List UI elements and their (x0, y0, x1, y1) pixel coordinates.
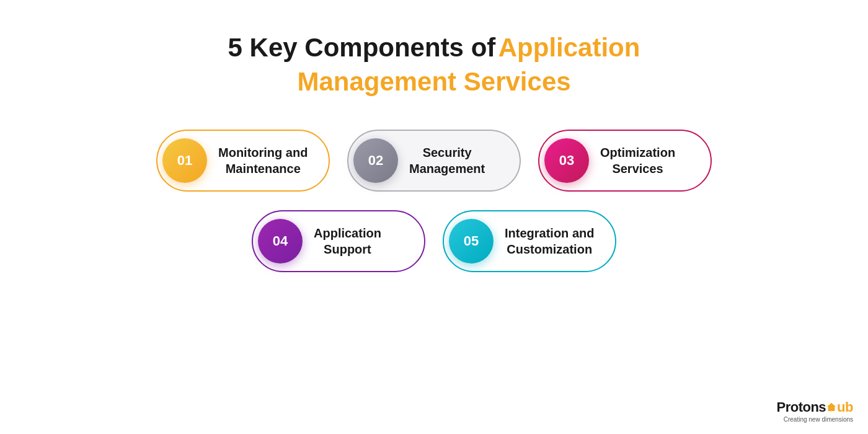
label-02: Security Management (409, 144, 485, 177)
card-03: 03 Optimization Services (538, 130, 712, 192)
logo: Protons ub Creating new dimensions (776, 399, 853, 423)
badge-05: 05 (449, 219, 494, 264)
title-part1: 5 Key Components of (228, 33, 496, 62)
badge-04: 04 (258, 219, 303, 264)
badge-01: 01 (162, 138, 207, 183)
main-page: 5 Key Components of Application Manageme… (0, 0, 868, 434)
row-1: 01 Monitoring and Maintenance 02 Securit… (156, 130, 712, 192)
logo-text: Protons ub (776, 399, 853, 415)
label-01: Monitoring and Maintenance (218, 144, 308, 177)
card-05: 05 Integration and Customization (443, 210, 616, 272)
label-04: Application Support (314, 225, 381, 257)
house-icon (826, 402, 837, 412)
card-01: 01 Monitoring and Maintenance (156, 130, 330, 192)
title-part2: Application (498, 33, 640, 62)
card-02: 02 Security Management (347, 130, 521, 192)
cards-container: 01 Monitoring and Maintenance 02 Securit… (156, 130, 712, 272)
logo-protons: Protons (776, 399, 826, 415)
label-05: Integration and Customization (505, 225, 594, 257)
badge-02: 02 (353, 138, 398, 183)
page-title: 5 Key Components of Application Manageme… (228, 31, 640, 99)
badge-03: 03 (544, 138, 589, 183)
label-03: Optimization Services (600, 144, 675, 177)
logo-tagline: Creating new dimensions (784, 416, 853, 423)
title-part3: Management Services (297, 67, 570, 96)
logo-hub: ub (837, 399, 853, 415)
card-04: 04 Application Support (252, 210, 425, 272)
row-2: 04 Application Support 05 Integration an… (252, 210, 616, 272)
svg-rect-0 (830, 409, 833, 411)
